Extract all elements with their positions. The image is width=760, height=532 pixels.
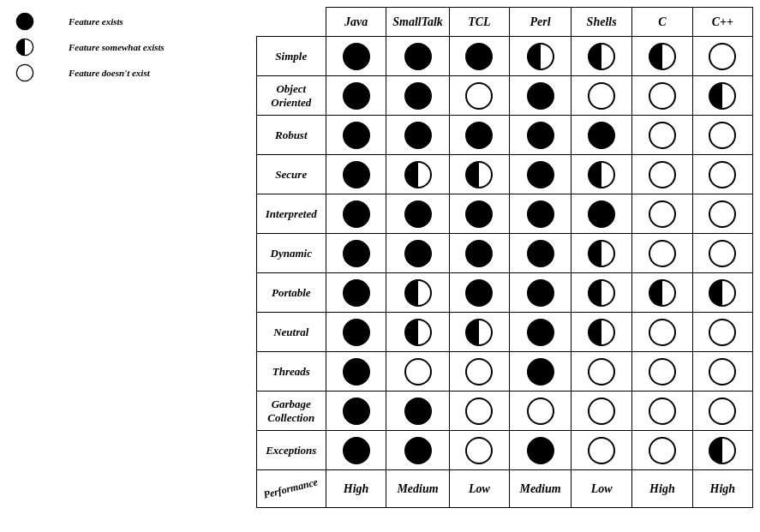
row-header: Interpreted	[256, 194, 326, 234]
svg-point-60	[405, 359, 431, 385]
half-circle-icon	[15, 38, 34, 57]
feature-cell	[386, 313, 449, 352]
svg-point-71	[649, 398, 675, 424]
feature-cell	[571, 431, 632, 470]
svg-point-70	[589, 398, 614, 424]
feature-cell	[692, 352, 752, 392]
feature-cell	[449, 392, 509, 431]
full-circle-icon	[510, 357, 571, 386]
feature-cell	[571, 76, 632, 116]
empty-circle-icon	[632, 318, 691, 347]
feature-cell	[632, 392, 692, 431]
empty-circle-icon	[693, 357, 752, 386]
svg-point-78	[649, 438, 675, 463]
full-circle-icon	[326, 160, 386, 189]
feature-cell	[632, 37, 692, 76]
performance-cell: Low	[571, 470, 632, 508]
full-circle-icon	[386, 81, 448, 111]
empty-circle-icon	[632, 81, 691, 111]
empty-circle-icon	[450, 397, 509, 426]
svg-point-0	[16, 13, 33, 29]
svg-point-35	[589, 201, 614, 227]
full-circle-icon	[15, 12, 34, 31]
feature-cell	[326, 116, 386, 155]
row-header: Threads	[256, 352, 326, 392]
row-header: Garbage Collection	[256, 392, 326, 431]
empty-circle-icon	[450, 436, 509, 465]
legend-row: Feature doesn't exist	[15, 63, 239, 82]
svg-point-62	[528, 359, 554, 385]
svg-point-38	[344, 241, 369, 266]
row-header: Portable	[256, 273, 326, 313]
half-circle-icon	[571, 239, 631, 268]
feature-cell	[571, 273, 632, 313]
svg-point-19	[466, 123, 492, 148]
svg-point-73	[344, 438, 369, 463]
table-row: Threads	[256, 352, 752, 392]
column-header: C++	[692, 8, 752, 37]
feature-cell	[571, 194, 632, 234]
full-circle-icon	[326, 318, 386, 347]
legend-label: Feature exists	[69, 16, 123, 27]
half-circle-icon	[510, 42, 571, 71]
column-header: SmallTalk	[386, 8, 449, 37]
svg-point-15	[649, 83, 675, 109]
svg-point-20	[528, 123, 554, 148]
empty-circle-icon	[632, 436, 691, 465]
full-circle-icon	[571, 200, 631, 229]
svg-point-57	[649, 320, 675, 345]
svg-point-18	[405, 123, 431, 148]
svg-point-4	[405, 44, 431, 69]
svg-point-63	[589, 359, 614, 385]
half-circle-icon	[571, 278, 631, 308]
feature-cell	[692, 194, 752, 234]
column-header: Perl	[510, 8, 571, 37]
feature-cell	[449, 155, 509, 194]
feature-cell	[386, 431, 449, 470]
table-row: Simple	[256, 37, 752, 76]
svg-point-23	[709, 123, 735, 148]
half-circle-icon	[571, 160, 631, 189]
feature-cell	[386, 352, 449, 392]
svg-point-52	[344, 320, 369, 345]
svg-point-32	[405, 201, 431, 227]
feature-cell	[510, 76, 571, 116]
full-circle-icon	[571, 121, 631, 150]
empty-circle-icon	[386, 357, 448, 386]
empty-circle-icon	[632, 160, 691, 189]
feature-cell	[571, 155, 632, 194]
feature-cell	[326, 234, 386, 273]
feature-cell	[632, 273, 692, 313]
feature-cell	[692, 392, 752, 431]
svg-point-13	[528, 83, 554, 109]
half-circle-icon	[693, 436, 752, 465]
full-circle-icon	[510, 436, 571, 465]
feature-cell	[692, 234, 752, 273]
svg-point-27	[528, 162, 554, 188]
feature-cell	[386, 392, 449, 431]
full-circle-icon	[450, 278, 509, 308]
svg-point-10	[344, 83, 369, 109]
half-circle-icon	[386, 318, 448, 347]
feature-cell	[449, 273, 509, 313]
full-circle-icon	[326, 200, 386, 229]
svg-point-34	[528, 201, 554, 227]
feature-cell	[692, 155, 752, 194]
row-header: Exceptions	[256, 431, 326, 470]
feature-cell	[386, 273, 449, 313]
empty-circle-icon	[510, 397, 571, 426]
svg-point-39	[405, 241, 431, 266]
empty-circle-icon	[632, 357, 691, 386]
table-row: Neutral	[256, 313, 752, 352]
half-circle-icon	[386, 160, 448, 189]
feature-cell	[449, 76, 509, 116]
feature-cell	[386, 194, 449, 234]
svg-point-30	[709, 162, 735, 188]
half-circle-icon	[693, 81, 752, 111]
column-header: C	[632, 8, 692, 37]
svg-point-55	[528, 320, 554, 345]
feature-cell	[386, 76, 449, 116]
full-circle-icon	[326, 397, 386, 426]
feature-cell	[449, 352, 509, 392]
svg-point-21	[589, 123, 614, 148]
